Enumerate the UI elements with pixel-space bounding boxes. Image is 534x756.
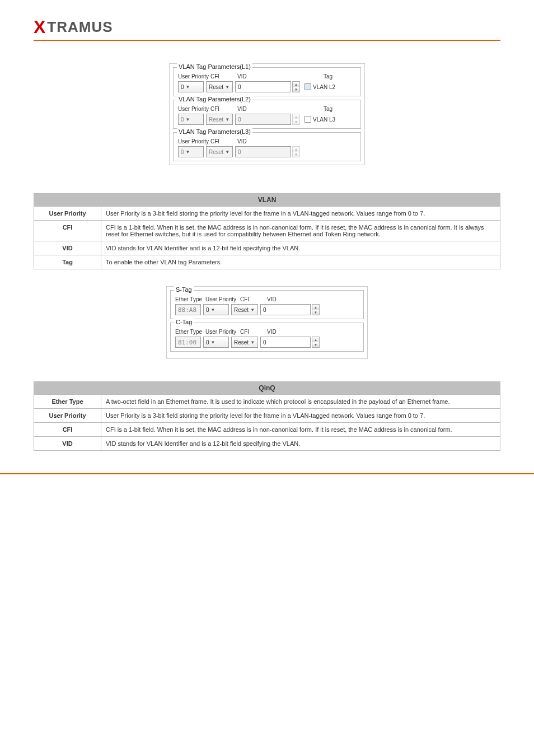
label-vid: VID <box>237 73 254 80</box>
vlan-table-header: VLAN <box>34 194 500 207</box>
ctag-vid-input[interactable]: 0 <box>260 337 311 348</box>
label-vid: VID <box>237 138 254 144</box>
stag-ether-type-field: 88:A8 <box>175 304 201 315</box>
vlan-l3-vid-stepper: ▲▼ <box>292 146 300 157</box>
ctag-user-priority-select[interactable]: 0▼ <box>203 337 229 348</box>
stag-cfi-select[interactable]: Reset▼ <box>231 304 258 315</box>
vlan-l3-enable-checkbox[interactable]: VLAN L3 <box>305 116 335 123</box>
chevron-down-icon: ▼ <box>225 117 229 122</box>
qinq-table-header: QinQ <box>34 382 500 395</box>
logo-x: X <box>34 17 46 38</box>
vlan-l3-user-priority-select: 0▼ <box>178 146 204 157</box>
label-ether-type: Ether Type <box>175 329 205 335</box>
stag-vid-input[interactable]: 0 <box>260 304 311 315</box>
table-row: CFICFI is a 1-bit field. When it is set,… <box>34 423 500 437</box>
checkbox-icon <box>305 83 311 90</box>
checkbox-icon <box>305 116 311 123</box>
qinq-panel-container: S-Tag Ether Type User Priority CFI VID 8… <box>166 286 368 359</box>
vlan-l2-legend: VLAN Tag Parameters(L2) <box>177 96 252 102</box>
vlan-l2-vid-stepper: ▲▼ <box>292 114 300 125</box>
vlan-l1-vid-input[interactable]: 0 <box>235 81 291 92</box>
label-user-priority: User Priority <box>205 329 240 335</box>
header-rule <box>34 40 500 41</box>
label-vid: VID <box>237 106 254 112</box>
label-tag: Tag <box>324 106 357 112</box>
vlan-l1-legend: VLAN Tag Parameters(L1) <box>177 63 252 70</box>
vlan-l1-user-priority-select[interactable]: 0▼ <box>178 81 204 92</box>
vlan-l3-cfi-select: Reset▼ <box>206 146 233 157</box>
label-cfi: CFI <box>240 329 267 335</box>
label-vid: VID <box>267 329 277 335</box>
ctag-ether-type-field: 81:00 <box>175 337 201 348</box>
table-row: VIDVID stands for VLAN Identifier and is… <box>34 437 500 451</box>
ctag-vid-stepper[interactable]: ▲▼ <box>312 337 320 348</box>
label-tag: Tag <box>324 73 357 80</box>
caret-down-icon: ▼ <box>312 342 319 347</box>
table-row: User PriorityUser Priority is a 3-bit fi… <box>34 207 500 221</box>
ctag-fieldset: C-Tag Ether Type User Priority CFI VID 8… <box>170 323 364 352</box>
stag-vid-stepper[interactable]: ▲▼ <box>312 304 320 315</box>
vlan-l1-vid-stepper[interactable]: ▲▼ <box>292 81 300 92</box>
chevron-down-icon: ▼ <box>225 85 229 90</box>
label-cfi: CFI <box>210 73 237 80</box>
caret-up-icon: ▲ <box>293 82 299 87</box>
ctag-legend: C-Tag <box>174 319 194 325</box>
stag-fieldset: S-Tag Ether Type User Priority CFI VID 8… <box>170 290 364 319</box>
chevron-down-icon: ▼ <box>225 150 229 155</box>
caret-up-icon: ▲ <box>312 337 319 342</box>
chevron-down-icon: ▼ <box>186 85 190 90</box>
chevron-down-icon: ▼ <box>211 340 216 345</box>
stag-user-priority-select[interactable]: 0▼ <box>203 304 229 315</box>
label-user-priority: User Priority <box>178 138 210 144</box>
chevron-down-icon: ▼ <box>250 340 255 345</box>
label-user-priority: User Priority <box>178 106 210 112</box>
vlan-l2-enable-checkbox[interactable]: VLAN L2 <box>305 83 335 90</box>
label-cfi: CFI <box>210 138 237 144</box>
vlan-panel-container: VLAN Tag Parameters(L1) User Priority CF… <box>169 63 365 165</box>
table-row: VIDVID stands for VLAN Identifier and is… <box>34 241 500 255</box>
qinq-description-table: QinQ Ether TypeA two-octet field in an E… <box>34 381 500 451</box>
caret-down-icon: ▼ <box>293 87 299 92</box>
vlan-l2-vid-input: 0 <box>235 114 291 125</box>
vlan-l3-legend: VLAN Tag Parameters(L3) <box>177 128 252 135</box>
label-cfi: CFI <box>240 296 267 302</box>
vlan-l1-cfi-select[interactable]: Reset▼ <box>206 81 233 92</box>
ctag-cfi-select[interactable]: Reset▼ <box>231 337 258 348</box>
table-row: Ether TypeA two-octet field in an Ethern… <box>34 395 500 409</box>
chevron-down-icon: ▼ <box>186 117 190 122</box>
page-footer <box>0 473 534 479</box>
caret-down-icon: ▼ <box>293 152 299 157</box>
label-ether-type: Ether Type <box>175 296 205 302</box>
vlan-l2-cfi-select: Reset▼ <box>206 114 233 125</box>
vlan-l2-fieldset: VLAN Tag Parameters(L2) User Priority CF… <box>173 100 361 129</box>
vlan-l2-user-priority-select: 0▼ <box>178 114 204 125</box>
logo-text: TRAMUS <box>47 18 113 36</box>
caret-down-icon: ▼ <box>312 310 319 315</box>
label-cfi: CFI <box>210 106 237 112</box>
chevron-down-icon: ▼ <box>186 150 190 155</box>
vlan-description-table: VLAN User PriorityUser Priority is a 3-b… <box>34 193 500 269</box>
chevron-down-icon: ▼ <box>211 307 216 312</box>
label-vid: VID <box>267 296 277 302</box>
table-row: CFICFI is a 1-bit field. When it is set,… <box>34 221 500 241</box>
vlan-l3-vid-input: 0 <box>235 146 291 157</box>
caret-up-icon: ▲ <box>312 305 319 310</box>
caret-up-icon: ▲ <box>293 147 299 152</box>
chevron-down-icon: ▼ <box>250 307 255 312</box>
label-user-priority: User Priority <box>178 73 210 80</box>
table-row: TagTo enable the other VLAN tag Paramete… <box>34 255 500 269</box>
vlan-l1-fieldset: VLAN Tag Parameters(L1) User Priority CF… <box>173 67 361 96</box>
table-row: User PriorityUser Priority is a 3-bit fi… <box>34 409 500 423</box>
vlan-l3-fieldset: VLAN Tag Parameters(L3) User Priority CF… <box>173 132 361 161</box>
brand-logo: XTRAMUS <box>34 17 500 38</box>
stag-legend: S-Tag <box>174 286 194 293</box>
label-user-priority: User Priority <box>205 296 240 302</box>
caret-down-icon: ▼ <box>293 119 299 124</box>
caret-up-icon: ▲ <box>293 114 299 119</box>
